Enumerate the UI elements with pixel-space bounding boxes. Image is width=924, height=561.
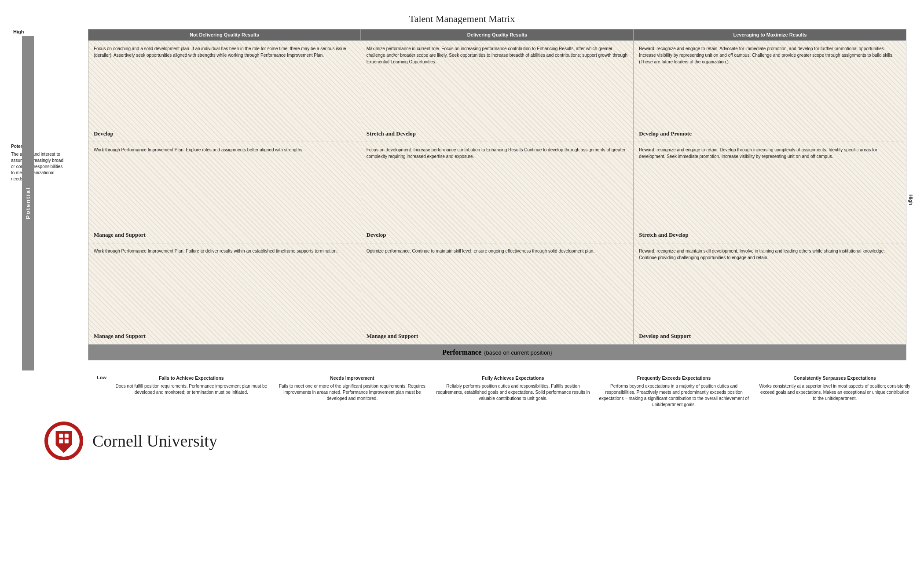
col-header-0: Not Delivering Quality Results — [88, 29, 361, 40]
rating-col-4: Consistently Surpasses Expectations Work… — [754, 375, 915, 408]
rating-title-0: Fails to Achieve Expectations — [114, 375, 268, 381]
performance-ratings: Fails to Achieve Expectations Does not f… — [111, 375, 915, 408]
potential-label: Potential — [22, 36, 34, 370]
cell-action-0-2: Develop and Promote — [639, 130, 901, 137]
matrix-cell-0-2: Reward, recognize and engage to retain. … — [634, 41, 906, 142]
performance-bold-text: Performance — [442, 348, 481, 356]
col-header-1: Delivering Quality Results — [361, 29, 634, 40]
rating-text-1: Fails to meet one or more of the signifi… — [279, 384, 425, 401]
university-name: Cornell University — [92, 431, 217, 451]
cell-text-0-1: Maximize performance in current role. Fo… — [367, 45, 628, 126]
potential-title: Potential: — [11, 143, 64, 150]
potential-description: Potential: The ability and interest to a… — [11, 143, 64, 182]
rating-col-3: Frequently Exceeds Expectations Performs… — [594, 375, 755, 408]
low-label: Low — [97, 375, 106, 380]
performance-bar: Performance {based on current position} — [88, 345, 906, 360]
top-section: High Potential: The ability and interest… — [9, 29, 915, 370]
left-labels: High Potential: The ability and interest… — [9, 29, 88, 370]
cell-action-1-0: Manage and Support — [94, 231, 356, 238]
matrix-grid: Focus on coaching and a solid developmen… — [88, 40, 906, 345]
potential-text: The ability and interest to assume incre… — [11, 152, 63, 181]
column-headers: Not Delivering Quality Results Deliverin… — [88, 29, 906, 40]
rating-title-3: Frequently Exceeds Expectations — [597, 375, 751, 381]
rating-title-2: Fully Achieves Expectations — [436, 375, 590, 381]
matrix-cell-2-1: Optimize performance. Continue to mainta… — [361, 243, 634, 345]
cell-action-2-1: Manage and Support — [367, 333, 628, 340]
col-header-2: Leveraging to Maximize Results — [634, 29, 906, 40]
matrix-cell-1-1: Focus on development. Increase performan… — [361, 142, 634, 243]
svg-rect-4 — [59, 439, 63, 443]
cell-action-0-0: Develop — [94, 130, 356, 137]
rating-text-4: Works consistently at a superior level i… — [759, 384, 910, 401]
matrix-cell-2-0: Work through Performance Improvement Pla… — [88, 243, 361, 345]
rating-text-2: Reliably performs position duties and re… — [436, 384, 590, 401]
rating-col-2: Fully Achieves Expectations Reliably per… — [433, 375, 594, 408]
cell-action-1-1: Develop — [367, 231, 628, 238]
cell-action-1-2: Stretch and Develop — [639, 231, 901, 238]
high-label: High — [13, 29, 24, 34]
svg-rect-5 — [65, 439, 69, 443]
cell-text-1-2: Reward, recognize and engage to retain. … — [639, 147, 901, 227]
cell-text-0-0: Focus on coaching and a solid developmen… — [94, 45, 356, 126]
main-layout: High Potential: The ability and interest… — [9, 29, 915, 461]
cell-action-2-2: Develop and Support — [639, 333, 901, 340]
cell-action-2-0: Manage and Support — [94, 333, 356, 340]
rating-title-4: Consistently Surpasses Expectations — [758, 375, 912, 381]
svg-rect-2 — [59, 433, 63, 437]
footer: Cornell University — [9, 421, 915, 461]
cell-text-1-1: Focus on development. Increase performan… — [367, 147, 628, 227]
rating-text-3: Performs beyond expectations in a majori… — [599, 384, 748, 407]
right-high-label: High — [906, 29, 915, 370]
cell-text-0-2: Reward, recognize and engage to retain. … — [639, 45, 901, 126]
rating-text-0: Does not fulfill position requirements. … — [115, 384, 267, 395]
performance-normal-text: {based on current position} — [484, 349, 552, 356]
rating-col-1: Needs Improvement Fails to meet one or m… — [272, 375, 433, 408]
cell-action-0-1: Stretch and Develop — [367, 130, 628, 137]
matrix-cell-1-2: Reward, recognize and engage to retain. … — [634, 142, 906, 243]
rating-title-1: Needs Improvement — [275, 375, 429, 381]
cell-text-2-2: Reward, recognize and maintain skill dev… — [639, 248, 901, 328]
matrix-cell-0-1: Maximize performance in current role. Fo… — [361, 41, 634, 142]
cell-text-2-1: Optimize performance. Continue to mainta… — [367, 248, 628, 328]
matrix-cell-0-0: Focus on coaching and a solid developmen… — [88, 41, 361, 142]
matrix-area: Not Delivering Quality Results Deliverin… — [88, 29, 906, 370]
bottom-section: Low Fails to Achieve Expectations Does n… — [9, 375, 915, 408]
rating-col-0: Fails to Achieve Expectations Does not f… — [111, 375, 272, 408]
cell-text-2-0: Work through Performance Improvement Pla… — [94, 248, 356, 328]
svg-rect-3 — [65, 433, 69, 437]
cornell-logo — [44, 421, 84, 461]
matrix-cell-1-0: Work through Performance Improvement Pla… — [88, 142, 361, 243]
cell-text-1-0: Work through Performance Improvement Pla… — [94, 147, 356, 227]
page-title: Talent Management Matrix — [9, 13, 915, 25]
matrix-cell-2-2: Reward, recognize and maintain skill dev… — [634, 243, 906, 345]
